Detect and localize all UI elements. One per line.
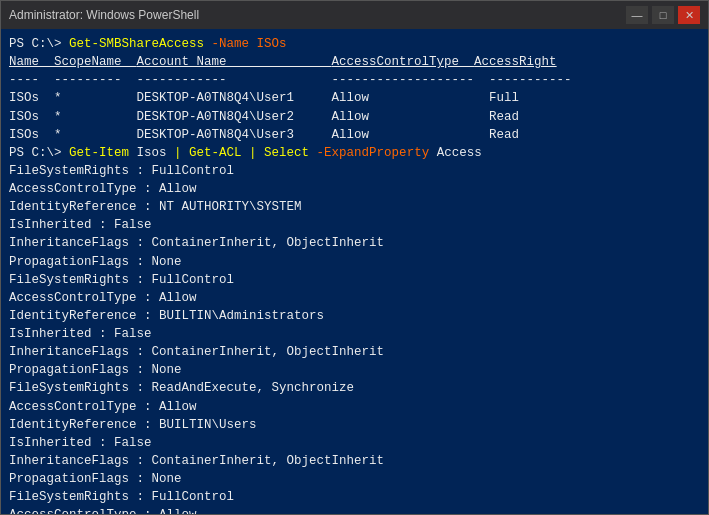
terminal-line: FileSystemRights : FullControl <box>9 488 700 506</box>
terminal-line: PropagationFlags : None <box>9 470 700 488</box>
terminal[interactable]: PS C:\> Get-SMBShareAccess -Name ISOsNam… <box>1 29 708 514</box>
terminal-line: Name ScopeName Account Name AccessContro… <box>9 53 700 71</box>
title-bar-text: Administrator: Windows PowerShell <box>9 8 199 22</box>
terminal-line: InheritanceFlags : ContainerInherit, Obj… <box>9 234 700 252</box>
share-row: ISOs * DESKTOP-A0TN8Q4\User1 Allow Full <box>9 89 700 107</box>
title-bar: Administrator: Windows PowerShell — □ ✕ <box>1 1 708 29</box>
terminal-line: PS C:\> Get-SMBShareAccess -Name ISOs <box>9 35 700 53</box>
minimize-button[interactable]: — <box>626 6 648 24</box>
terminal-line: InheritanceFlags : ContainerInherit, Obj… <box>9 343 700 361</box>
terminal-line: InheritanceFlags : ContainerInherit, Obj… <box>9 452 700 470</box>
terminal-line: IdentityReference : BUILTIN\Users <box>9 416 700 434</box>
terminal-line: AccessControlType : Allow <box>9 398 700 416</box>
terminal-line: ---- --------- ------------ ------------… <box>9 71 700 89</box>
terminal-line: PropagationFlags : None <box>9 361 700 379</box>
terminal-line: IsInherited : False <box>9 434 700 452</box>
terminal-line: AccessControlType : Allow <box>9 180 700 198</box>
terminal-line: FileSystemRights : ReadAndExecute, Synch… <box>9 379 700 397</box>
terminal-line: FileSystemRights : FullControl <box>9 271 700 289</box>
terminal-line: IdentityReference : NT AUTHORITY\SYSTEM <box>9 198 700 216</box>
terminal-line: PS C:\> Get-Item Isos | Get-ACL | Select… <box>9 144 700 162</box>
share-row: ISOs * DESKTOP-A0TN8Q4\User3 Allow Read <box>9 126 700 144</box>
terminal-line: IsInherited : False <box>9 216 700 234</box>
maximize-button[interactable]: □ <box>652 6 674 24</box>
close-button[interactable]: ✕ <box>678 6 700 24</box>
terminal-line: IdentityReference : BUILTIN\Administrato… <box>9 307 700 325</box>
terminal-line: PropagationFlags : None <box>9 253 700 271</box>
title-bar-controls: — □ ✕ <box>626 6 700 24</box>
window: Administrator: Windows PowerShell — □ ✕ … <box>0 0 709 515</box>
terminal-line: IsInherited : False <box>9 325 700 343</box>
terminal-line: AccessControlType : Allow <box>9 506 700 514</box>
terminal-line: AccessControlType : Allow <box>9 289 700 307</box>
share-row: ISOs * DESKTOP-A0TN8Q4\User2 Allow Read <box>9 108 700 126</box>
terminal-line: FileSystemRights : FullControl <box>9 162 700 180</box>
